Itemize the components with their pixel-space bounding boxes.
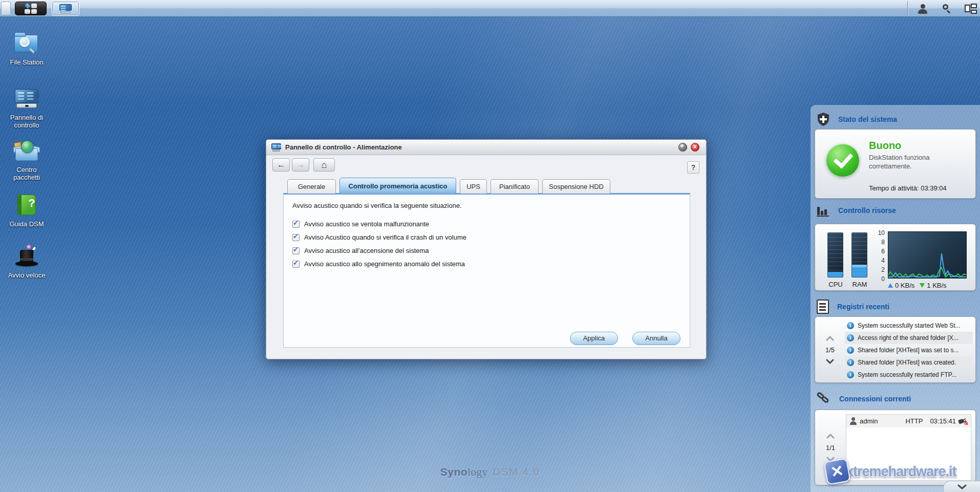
- checkbox-label: Avviso acustico allo spegnimento anomalo…: [304, 260, 465, 268]
- network-throughput-labels: 0 KB/s 1 KB/s: [888, 282, 947, 289]
- upload-value: 0 KB/s: [895, 282, 914, 289]
- recent-logs-header: Registri recenti: [817, 300, 889, 314]
- connection-row[interactable]: admin HTTP 03:15:41: [846, 415, 971, 427]
- apply-button[interactable]: Applica: [570, 332, 618, 345]
- page-up-icon[interactable]: [826, 434, 835, 439]
- desktop-icon-label: Guida DSM: [0, 220, 53, 228]
- logs-page-indicator: 1/5: [825, 346, 835, 354]
- section-title: Connessioni correnti: [839, 395, 911, 403]
- window-title: Pannello di controllo - Alimentazione: [285, 143, 402, 151]
- disconnect-icon[interactable]: [958, 418, 968, 425]
- show-desktop-button[interactable]: [1, 2, 11, 15]
- desktop-icon-label: Centro pacchetti: [6, 166, 47, 181]
- xtremehardware-watermark: ✕ xtremehardware.it: [825, 460, 956, 483]
- log-row[interactable]: iSystem successfully restarted FTP...: [845, 369, 973, 381]
- status-value: Buono: [869, 140, 901, 152]
- magic-hat-icon: [13, 245, 40, 268]
- taskbar-divider: [907, 1, 908, 16]
- folder-search-icon: [13, 32, 40, 55]
- desktop-icon-control-panel[interactable]: Pannello di controllo: [0, 87, 53, 129]
- info-icon: i: [847, 359, 854, 366]
- tab-ups[interactable]: UPS: [460, 179, 487, 194]
- section-title: Registri recenti: [837, 303, 889, 311]
- info-icon: i: [847, 371, 854, 378]
- widget-sidebar: Stato del sistema Buono DiskStation funz…: [811, 105, 980, 492]
- taskbar: [0, 0, 980, 17]
- desktop-icon-file-station[interactable]: File Station: [0, 32, 53, 66]
- back-button[interactable]: ←: [272, 158, 290, 172]
- tab-sospensione-hdd[interactable]: Sospensione HDD: [542, 179, 610, 194]
- checkbox-box[interactable]: ✔: [292, 261, 300, 268]
- control-panel-icon: [271, 143, 281, 152]
- shield-icon: [817, 112, 830, 126]
- checkbox-label: Avviso acustico se ventola malfunzionant…: [304, 220, 429, 228]
- checkbox-label: Avviso acustico all'accensione del siste…: [304, 247, 429, 254]
- upload-arrow-icon: [888, 283, 893, 288]
- document-icon: [817, 300, 829, 314]
- desktop-icon-package-center[interactable]: Centro pacchetti: [0, 139, 53, 181]
- info-icon: i: [847, 334, 854, 341]
- page-down-icon[interactable]: [826, 359, 834, 364]
- tab-content-panel: Avviso acustico quando si verifica la se…: [283, 193, 690, 348]
- tab-pianificato[interactable]: Pianificato: [491, 179, 539, 194]
- user-icon[interactable]: [918, 4, 928, 14]
- checkbox-3[interactable]: ✔ Avviso acustico all'accensione del sis…: [292, 247, 429, 254]
- beep-intro-text: Avviso acustico quando si verifica la se…: [292, 202, 462, 209]
- ram-label: RAM: [849, 281, 870, 288]
- main-menu-icon: [25, 4, 37, 14]
- log-row[interactable]: iShared folder [XHTest] was created.: [845, 356, 973, 369]
- log-row[interactable]: iSystem successfully started Web St...: [845, 319, 973, 332]
- log-row[interactable]: iAccess right of the shared folder [X...: [845, 332, 973, 344]
- control-panel-icon: [13, 87, 40, 111]
- forward-button[interactable]: →: [292, 158, 309, 172]
- recent-logs-panel: 1/5 iSystem successfully started Web St.…: [815, 316, 976, 383]
- window-toolbar: ← → ⌂: [266, 155, 706, 175]
- connection-protocol: HTTP: [905, 417, 923, 425]
- checkbox-1[interactable]: ✔ Avviso acustico se ventola malfunziona…: [292, 220, 429, 228]
- connection-time: 03:15:41: [930, 417, 956, 425]
- connections-page-indicator: 1/1: [826, 444, 835, 452]
- desktop-icon-label: Pannello di controllo: [3, 114, 50, 129]
- connections-header: Connessioni correnti: [817, 392, 911, 406]
- user-icon: [849, 417, 857, 425]
- checkbox-2[interactable]: ✔ Avviso Acustico quando si verifica il …: [292, 233, 466, 241]
- desktop-icon-dsm-help[interactable]: ? Guida DSM: [0, 194, 53, 228]
- checkbox-box[interactable]: ✔: [292, 221, 300, 228]
- log-row[interactable]: iShared folder [XHTest] was set to s...: [845, 344, 973, 356]
- desktop-icon-quick-start[interactable]: Avvio veloce: [0, 245, 53, 279]
- checkbox-box[interactable]: ✔: [292, 234, 300, 241]
- chain-link-icon: [817, 392, 831, 406]
- network-chart-axis: 10 8 6 4 2 0: [872, 229, 886, 281]
- control-panel-icon: [59, 4, 72, 13]
- system-status-panel: Buono DiskStation funziona correttamente…: [815, 129, 976, 199]
- section-title: Stato del sistema: [838, 115, 897, 123]
- resource-monitor-header: Controllo risorse: [817, 204, 896, 217]
- page-up-icon[interactable]: [826, 336, 834, 341]
- taskbar-item-control-panel[interactable]: [52, 1, 79, 16]
- bar-chart-icon: [817, 204, 830, 217]
- uptime-text: Tempo di attività: 03:39:04: [869, 184, 947, 192]
- checkbox-label: Avviso Acustico quando si verifica il cr…: [304, 233, 466, 241]
- control-panel-power-window: Pannello di controllo - Alimentazione × …: [266, 139, 707, 359]
- download-value: 1 KB/s: [927, 282, 946, 289]
- cancel-button[interactable]: Annulla: [632, 332, 680, 345]
- section-title: Controllo risorse: [838, 206, 896, 215]
- widgets-icon[interactable]: [965, 4, 977, 14]
- network-throughput-chart: [888, 231, 967, 279]
- connection-user: admin: [860, 417, 878, 425]
- tab-controllo-promemoria-acustico[interactable]: Controllo promemoria acustico: [339, 178, 456, 194]
- status-description: DiskStation funziona correttamente.: [869, 153, 961, 170]
- close-button[interactable]: ×: [691, 143, 699, 152]
- tabstrip: Generale Controllo promemoria acustico U…: [287, 178, 610, 194]
- checkbox-box[interactable]: ✔: [292, 247, 300, 254]
- home-button[interactable]: ⌂: [313, 158, 335, 172]
- status-ok-icon: [826, 144, 859, 177]
- chevron-down-icon: [957, 484, 967, 489]
- help-button[interactable]: ?: [687, 161, 699, 174]
- tab-generale[interactable]: Generale: [287, 179, 336, 194]
- search-icon[interactable]: [941, 4, 951, 14]
- minimize-button[interactable]: [678, 143, 687, 152]
- main-menu-button[interactable]: [15, 2, 47, 15]
- checkbox-4[interactable]: ✔ Avviso acustico allo spegnimento anoma…: [292, 260, 465, 268]
- window-titlebar[interactable]: Pannello di controllo - Alimentazione ×: [266, 140, 706, 155]
